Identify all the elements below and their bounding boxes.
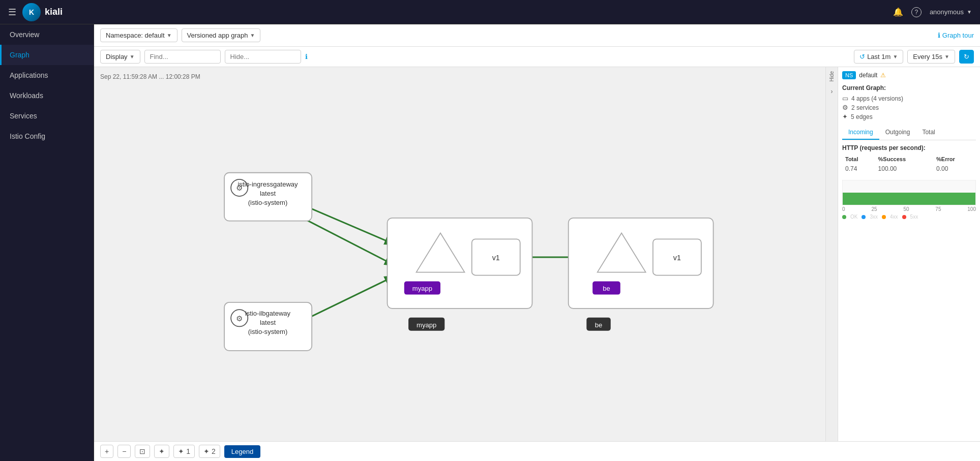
svg-text:latest: latest: [260, 319, 276, 326]
zoom-out-icon: −: [122, 447, 126, 455]
collapse-arrow: ›: [831, 88, 833, 95]
user-chevron: ▼: [967, 9, 972, 15]
svg-text:istio-ilbgateway: istio-ilbgateway: [245, 310, 291, 317]
col-total: Total: [842, 155, 875, 164]
sidebar-item-overview[interactable]: Overview: [0, 24, 94, 45]
mini-chart: [842, 180, 976, 205]
refresh-interval-chevron: ▼: [944, 54, 949, 59]
apps-icon: ▭: [842, 95, 848, 102]
time-range-chevron: ▼: [893, 54, 898, 59]
display-dropdown[interactable]: Display ▼: [100, 50, 140, 64]
toolbar-row1: Namespace: default ▼ Versioned app graph…: [94, 24, 980, 47]
fit-button[interactable]: ⊡: [135, 445, 150, 458]
svg-text:latest: latest: [260, 190, 276, 197]
legend-dot-3xx: [862, 215, 866, 219]
tab-incoming[interactable]: Incoming: [842, 126, 879, 140]
time-range-dropdown[interactable]: ↺ Last 1m ▼: [854, 50, 903, 64]
svg-text:(istio-system): (istio-system): [248, 328, 288, 335]
sidebar-item-applications[interactable]: Applications: [0, 65, 94, 85]
graph-svg: ⚙ istio-ingressgateway latest (istio-sys…: [94, 67, 825, 441]
cell-total: 0.74: [842, 164, 875, 174]
bottom-toolbar: + − ⊡ ✦ ✦ 1 ✦ 2 Legend: [94, 441, 980, 461]
graph-type-chevron: ▼: [250, 33, 255, 38]
ns-row: NS default ⚠: [842, 71, 976, 79]
hide-sidebar-handle[interactable]: Hide ›: [825, 67, 838, 441]
svg-text:v1: v1: [492, 254, 500, 262]
graph-tour-link[interactable]: ℹ Graph tour: [938, 32, 974, 39]
warning-icon: ⚠: [880, 72, 886, 79]
sidebar-item-graph[interactable]: Graph: [0, 45, 94, 65]
namespace-label: default: [859, 72, 877, 79]
layout1-icon: ✦: [178, 447, 184, 455]
zoom-in-icon: +: [105, 447, 109, 455]
svg-text:be: be: [603, 285, 610, 292]
current-graph-section: Current Graph: ▭ 4 apps (4 versions) ⚙ 2…: [842, 84, 976, 120]
sidebar: Overview Graph Applications Workloads Se…: [0, 24, 94, 461]
refresh-interval-dropdown[interactable]: Every 15s ▼: [907, 50, 955, 64]
namespace-dropdown[interactable]: Namespace: default ▼: [100, 28, 177, 42]
chart-bar-ok: [843, 193, 975, 205]
hamburger-icon[interactable]: ☰: [8, 7, 16, 18]
sidebar-item-workloads[interactable]: Workloads: [0, 85, 94, 106]
kiali-icon: K: [22, 3, 41, 21]
graph-type-dropdown[interactable]: Versioned app graph ▼: [182, 28, 261, 42]
sidebar-item-services[interactable]: Services: [0, 106, 94, 126]
layout1-button[interactable]: ✦ 1: [173, 445, 195, 458]
services-icon: ⚙: [842, 104, 848, 111]
tab-outgoing[interactable]: Outgoing: [879, 126, 916, 140]
topnav: ☰ K kiali 🔔 ? anonymous ▼: [0, 0, 980, 24]
fit-icon: ⊡: [139, 447, 145, 455]
layout2-button[interactable]: ✦ 2: [199, 445, 220, 458]
legend-dot-ok: [842, 215, 846, 219]
sidebar-item-istio-config[interactable]: Istio Config: [0, 126, 94, 146]
cell-error: 0.00: [933, 164, 976, 174]
right-panel-container: Hide › NS default ⚠ Current Graph:: [825, 67, 980, 441]
graph-row: Sep 22, 11:59:28 AM ... 12:00:28 PM: [94, 67, 980, 441]
logo-text: kiali: [45, 7, 63, 17]
edges-icon: ✦: [842, 113, 848, 120]
legend-dot-5xx: [902, 215, 906, 219]
http-table: Total %Success %Error 0.74 100.00 0.00: [842, 155, 976, 174]
graph-tour-icon: ℹ: [938, 32, 940, 39]
svg-text:⚙: ⚙: [236, 314, 243, 323]
svg-text:istio-ingressgateway: istio-ingressgateway: [237, 180, 298, 188]
help-icon[interactable]: ?: [911, 7, 922, 17]
svg-text:myapp: myapp: [417, 321, 436, 329]
col-error: %Error: [933, 155, 976, 164]
collapse-icon: Hide: [829, 71, 835, 86]
user-menu[interactable]: anonymous ▼: [930, 8, 972, 16]
tab-total[interactable]: Total: [916, 126, 941, 140]
http-section-title: HTTP (requests per second):: [842, 144, 976, 151]
zoom-in-button[interactable]: +: [100, 445, 113, 458]
col-success: %Success: [875, 155, 934, 164]
svg-text:(istio-system): (istio-system): [248, 199, 288, 206]
info-icon: ℹ: [305, 53, 308, 60]
bell-icon[interactable]: 🔔: [893, 7, 903, 17]
ns-badge: NS: [842, 71, 856, 79]
legend-button[interactable]: Legend: [224, 445, 260, 458]
hide-input[interactable]: [225, 50, 301, 64]
apps-info-item: ▭ 4 apps (4 versions): [842, 95, 976, 102]
cell-success: 100.00: [875, 164, 934, 174]
graph-canvas[interactable]: Sep 22, 11:59:28 AM ... 12:00:28 PM: [94, 67, 825, 441]
layout-button[interactable]: ✦: [154, 445, 169, 458]
display-chevron: ▼: [130, 54, 135, 59]
svg-text:v1: v1: [673, 254, 681, 262]
find-input[interactable]: [144, 50, 221, 64]
chart-legend: OK 3xx 4xx 5xx: [842, 214, 976, 220]
layout-icon: ✦: [159, 447, 165, 455]
namespace-chevron: ▼: [167, 33, 172, 38]
topnav-icons: 🔔 ? anonymous ▼: [893, 7, 972, 17]
edges-info-item: ✦ 5 edges: [842, 113, 976, 120]
right-panel-inner: NS default ⚠ Current Graph: ▭ 4 apps (4 …: [838, 67, 980, 441]
svg-text:myapp: myapp: [412, 285, 432, 292]
current-graph-title: Current Graph:: [842, 84, 976, 91]
time-range-icon: ↺: [859, 53, 865, 60]
right-panel: NS default ⚠ Current Graph: ▭ 4 apps (4 …: [838, 67, 980, 441]
table-row: 0.74 100.00 0.00: [842, 164, 976, 174]
refresh-icon: ↻: [964, 53, 969, 60]
chart-x-labels: 0 25 50 75 100: [842, 206, 976, 212]
zoom-out-button[interactable]: −: [117, 445, 131, 458]
logo: K kiali: [22, 3, 63, 21]
refresh-button[interactable]: ↻: [959, 50, 974, 64]
